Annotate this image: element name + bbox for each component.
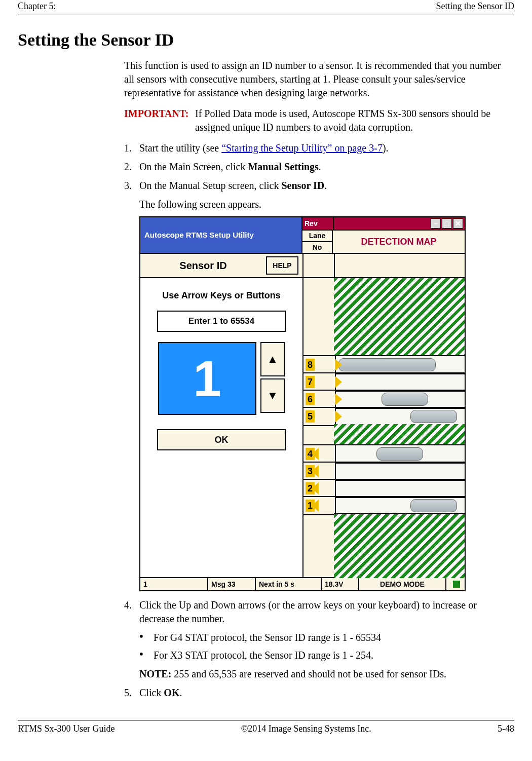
note-line: NOTE: 255 and 65,535 are reserved and sh…: [139, 667, 509, 681]
step-2: 2. On the Main Screen, click Manual Sett…: [124, 160, 509, 174]
status-msg: Msg 33: [208, 578, 256, 590]
important-block: IMPORTANT: If Polled Data mode is used, …: [124, 107, 509, 134]
status-id: 1: [140, 578, 208, 590]
instruction-text: Use Arrow Keys or Buttons: [162, 289, 280, 301]
minimize-button[interactable]: –: [431, 218, 441, 229]
important-label: IMPORTANT:: [124, 107, 195, 134]
status-mode: DEMO MODE: [359, 578, 446, 590]
lane-4-marker: 4: [306, 448, 315, 460]
arrow-up-button[interactable]: ▲: [260, 342, 285, 376]
link-starting-setup-utility[interactable]: “Starting the Setup Utility” on page 3-7: [221, 142, 383, 154]
lane-7-marker: 7: [306, 376, 315, 388]
status-next: Next in 5 s: [256, 578, 322, 590]
lane-5-marker: 5: [306, 410, 315, 423]
no-header: No: [302, 242, 332, 253]
intro-paragraph: This function is used to assign an ID nu…: [124, 59, 509, 100]
lane-6-marker: 6: [306, 393, 315, 405]
maximize-button[interactable]: □: [442, 218, 452, 229]
range-hint-field[interactable]: Enter 1 to 65534: [157, 311, 286, 332]
bullet-x3: •For X3 STAT protocol, the Sensor ID ran…: [139, 649, 509, 662]
app-titlebar: Autoscope RTMS Setup Utility: [140, 217, 302, 254]
screen-name-label: Sensor ID: [140, 259, 266, 273]
ok-button[interactable]: OK: [157, 429, 286, 450]
lane-1-marker: 1: [306, 500, 315, 512]
vehicle-icon: [376, 447, 423, 461]
detection-map-header: DETECTION MAP: [333, 231, 465, 254]
running-head-right: Setting the Sensor ID: [436, 1, 515, 12]
status-bar: 1 Msg 33 Next in 5 s 18.3V DEMO MODE: [140, 577, 465, 590]
bullet-g4: •For G4 STAT protocol, the Sensor ID ran…: [139, 631, 509, 644]
vehicle-icon: [410, 410, 457, 423]
lane-8-marker: 8: [306, 359, 315, 371]
lane-2-marker: 2: [306, 482, 315, 494]
footer-right: 5-48: [498, 724, 514, 734]
step-1: 1. Start the utility (see “Starting the …: [124, 141, 509, 155]
step-5: 5. Click OK.: [124, 686, 509, 700]
arrow-down-button[interactable]: ▼: [260, 378, 285, 413]
app-screenshot: Autoscope RTMS Setup Utility Rev – □ ✕ L…: [139, 216, 466, 591]
running-head-left: Chapter 5:: [18, 1, 56, 12]
help-button[interactable]: HELP: [266, 256, 298, 275]
important-text: If Polled Data mode is used, Autoscope R…: [195, 107, 509, 134]
step-3: 3. On the Manual Setup screen, click Sen…: [124, 179, 509, 193]
vehicle-icon: [410, 499, 457, 512]
vehicle-icon: [338, 358, 436, 371]
vehicle-icon: [382, 393, 428, 406]
lane-header: Lane: [302, 231, 332, 242]
status-voltage: 18.3V: [322, 578, 359, 590]
step-3-subtext: The following screen appears.: [139, 198, 509, 211]
status-indicator-icon: [453, 581, 460, 588]
sensor-id-value: 1: [158, 342, 256, 415]
footer-left: RTMS Sx-300 User Guide: [18, 724, 115, 734]
footer-center: ©2014 Image Sensing Systems Inc.: [241, 724, 371, 734]
step-4: 4. Click the Up and Down arrows (or the …: [124, 598, 509, 626]
lane-3-marker: 3: [306, 465, 315, 477]
rev-label: Rev: [302, 217, 334, 230]
close-button[interactable]: ✕: [453, 218, 463, 229]
section-heading: Setting the Sensor ID: [18, 30, 514, 50]
